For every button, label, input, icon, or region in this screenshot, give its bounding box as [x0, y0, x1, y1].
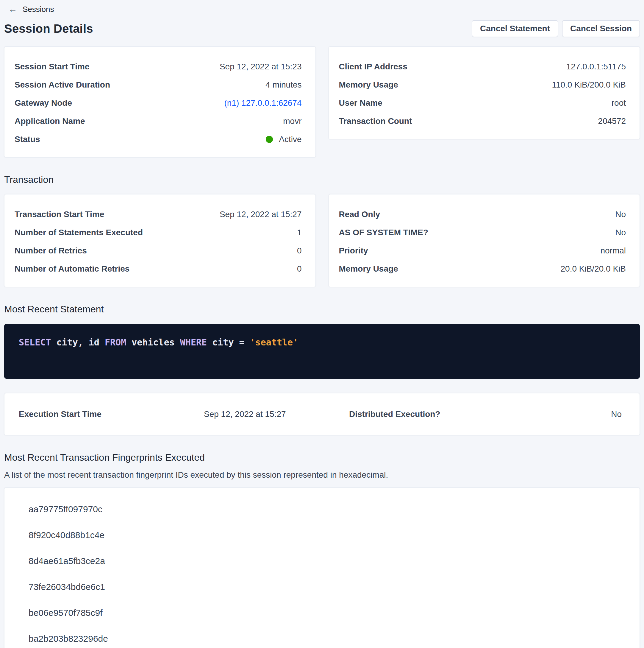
detail-row: Read OnlyNo	[339, 205, 626, 223]
detail-row: Prioritynormal	[339, 241, 626, 260]
detail-row: Number of Statements Executed1	[14, 223, 302, 241]
fingerprint-id: 8f920c40d88b1c4e	[4, 522, 640, 548]
fingerprints-description: A list of the most recent transaction fi…	[4, 470, 640, 480]
detail-label: Priority	[339, 246, 368, 256]
detail-label: Session Start Time	[14, 62, 90, 71]
sql-token-string: 'seattle'	[250, 337, 298, 347]
session-client-card: Client IP Address127.0.0.1:51175Memory U…	[329, 47, 640, 140]
back-arrow-icon: ←	[8, 5, 17, 14]
detail-label: User Name	[339, 98, 383, 108]
fingerprint-id: ba2b203b823296de	[4, 626, 640, 648]
cancel-statement-button[interactable]: Cancel Statement	[472, 20, 558, 37]
status-value: Active	[279, 134, 301, 144]
execution-start-time-value: Sep 12, 2022 at 15:27	[204, 410, 349, 419]
detail-label: Memory Usage	[339, 80, 398, 90]
status-active-dot-icon	[266, 136, 273, 143]
detail-label: Number of Automatic Retries	[14, 264, 129, 274]
detail-row: StatusActive	[14, 130, 302, 148]
detail-row: Transaction Start TimeSep 12, 2022 at 15…	[14, 205, 302, 223]
distributed-execution-value: No	[611, 410, 622, 419]
detail-row: Memory Usage20.0 KiB/20.0 KiB	[339, 260, 626, 278]
detail-value: Sep 12, 2022 at 15:27	[220, 210, 302, 219]
detail-label: Session Active Duration	[14, 80, 110, 90]
sql-token-keyword: WHERE	[180, 337, 207, 347]
detail-label: AS OF SYSTEM TIME?	[339, 228, 428, 237]
fingerprints-card: aa79775ff097970c8f920c40d88b1c4e8d4ae61a…	[4, 487, 640, 648]
detail-value: 204572	[598, 116, 626, 126]
most-recent-statement-heading: Most Recent Statement	[4, 304, 640, 315]
fingerprint-id: 73fe26034bd6e6c1	[4, 574, 640, 600]
detail-label: Number of Statements Executed	[14, 228, 143, 237]
detail-value: 0	[297, 246, 302, 256]
detail-row: Number of Automatic Retries0	[14, 260, 302, 278]
detail-value: No	[615, 210, 626, 219]
detail-row: Session Active Duration4 minutes	[14, 76, 302, 94]
sql-token-keyword: SELECT	[19, 337, 51, 347]
sql-statement: SELECT city, id FROM vehicles WHERE city…	[19, 337, 625, 347]
sql-token-ident: city, id	[51, 337, 105, 347]
session-summary-section: Session Start TimeSep 12, 2022 at 15:23S…	[4, 47, 640, 158]
sql-token-ident: city =	[207, 337, 250, 347]
detail-value: 4 minutes	[266, 80, 301, 90]
execution-start-time-label: Execution Start Time	[19, 410, 204, 419]
transaction-section: Transaction Start TimeSep 12, 2022 at 15…	[4, 194, 640, 287]
detail-row: Number of Retries0	[14, 241, 302, 260]
fingerprint-id: be06e9570f785c9f	[4, 600, 640, 626]
detail-row: Client IP Address127.0.0.1:51175	[339, 57, 626, 76]
transaction-settings-card: Read OnlyNoAS OF SYSTEM TIME?NoPriorityn…	[329, 194, 640, 287]
session-details-card: Session Start TimeSep 12, 2022 at 15:23S…	[4, 47, 316, 158]
detail-row: AS OF SYSTEM TIME?No	[339, 223, 626, 241]
detail-label: Gateway Node	[14, 98, 72, 108]
sql-token-keyword: FROM	[105, 337, 126, 347]
cancel-session-button[interactable]: Cancel Session	[562, 20, 640, 37]
page-title: Session Details	[4, 22, 93, 36]
sql-token-ident: vehicles	[126, 337, 180, 347]
detail-row: Application Namemovr	[14, 112, 302, 130]
transaction-heading: Transaction	[4, 174, 640, 185]
fingerprint-id: 8d4ae61a5fb3ce2a	[4, 548, 640, 574]
breadcrumb[interactable]: ← Sessions	[4, 2, 640, 14]
detail-label: Status	[14, 134, 40, 144]
detail-row: Memory Usage110.0 KiB/200.0 KiB	[339, 76, 626, 94]
detail-value: Sep 12, 2022 at 15:23	[220, 62, 302, 71]
execution-card: Execution Start Time Sep 12, 2022 at 15:…	[4, 393, 640, 435]
gateway-node-link[interactable]: (n1) 127.0.0.1:62674	[224, 98, 302, 108]
sql-statement-box: SELECT city, id FROM vehicles WHERE city…	[4, 324, 640, 379]
breadcrumb-sessions-link[interactable]: Sessions	[22, 5, 54, 14]
fingerprints-heading: Most Recent Transaction Fingerprints Exe…	[4, 452, 640, 463]
detail-label: Client IP Address	[339, 62, 407, 71]
detail-value: movr	[283, 116, 301, 126]
detail-value: 127.0.0.1:51175	[566, 62, 626, 71]
detail-value: root	[611, 98, 626, 108]
detail-label: Number of Retries	[14, 246, 87, 256]
detail-value: 20.0 KiB/20.0 KiB	[561, 264, 626, 274]
detail-value: 0	[297, 264, 302, 274]
distributed-execution-label: Distributed Execution?	[349, 410, 611, 419]
detail-value: normal	[600, 246, 626, 256]
detail-value: No	[615, 228, 626, 237]
transaction-details-card: Transaction Start TimeSep 12, 2022 at 15…	[4, 194, 316, 287]
detail-label: Application Name	[14, 116, 85, 126]
header-actions: Cancel Statement Cancel Session	[472, 20, 640, 37]
detail-label: Transaction Start Time	[14, 210, 104, 219]
page-header: Session Details Cancel Statement Cancel …	[4, 20, 640, 38]
detail-value: 110.0 KiB/200.0 KiB	[552, 80, 626, 90]
detail-row: Transaction Count204572	[339, 112, 626, 130]
detail-value: 1	[297, 228, 302, 237]
detail-row: Session Start TimeSep 12, 2022 at 15:23	[14, 57, 302, 76]
detail-row: Gateway Node(n1) 127.0.0.1:62674	[14, 94, 302, 112]
detail-row: User Nameroot	[339, 94, 626, 112]
detail-label: Transaction Count	[339, 116, 412, 126]
fingerprint-id: aa79775ff097970c	[4, 496, 640, 522]
detail-label: Memory Usage	[339, 264, 398, 274]
detail-label: Read Only	[339, 210, 380, 219]
status-badge: Active	[266, 134, 301, 144]
